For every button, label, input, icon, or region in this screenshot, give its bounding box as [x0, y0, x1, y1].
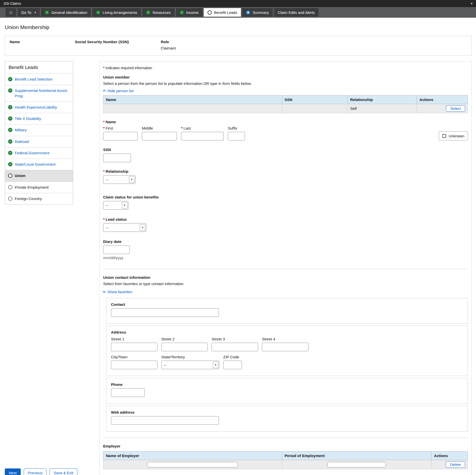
phone-box: Phone [106, 378, 468, 404]
last-name-input[interactable] [181, 132, 224, 140]
select-arrow-icon: ▼ [213, 362, 218, 368]
app-title-bar: SSI Claims ▾ [0, 0, 476, 7]
employment-period-input[interactable] [327, 462, 386, 467]
save-and-exit-button[interactable]: Save & Exit [50, 468, 77, 475]
chevron-down-icon [103, 290, 106, 293]
claim-status-label: Claim status for union benefits [103, 195, 468, 199]
sidebar-item-benefit-lead-selection[interactable]: ✓ Benefit Lead Selection [5, 73, 73, 85]
web-address-input[interactable] [111, 416, 219, 425]
address-box: Address Street 1 Street 2 Street 3 [106, 326, 468, 376]
column-header-actions: Actions [431, 452, 468, 460]
complete-check-icon: ✓ [45, 10, 49, 15]
unknown-checkbox[interactable]: Unknown [439, 131, 468, 140]
sidebar-item-health-expenses[interactable]: ✓ Health Expenses/Liability [5, 102, 73, 113]
delete-employer-button[interactable]: Delete [446, 461, 465, 468]
contact-box: Contact [106, 298, 468, 324]
show-favorites-link[interactable]: Show favorites [103, 290, 132, 294]
sidebar-title: Benefit Leads [5, 61, 73, 73]
street1-input[interactable] [111, 343, 157, 351]
titlebar-caret-icon[interactable]: ▾ [471, 2, 472, 5]
zip-label: ZIP Code [223, 355, 242, 359]
union-form-panel: *Indicates required information Union me… [99, 61, 472, 475]
complete-check-icon: ✓ [8, 116, 12, 121]
diary-date-input[interactable] [103, 245, 130, 254]
sidebar-item-railroad[interactable]: ✓ Railroad [5, 136, 73, 147]
not-started-circle-icon [8, 185, 12, 189]
complete-check-icon: ✓ [8, 105, 12, 109]
chevron-up-icon [103, 90, 106, 93]
address-label: Address [111, 330, 463, 334]
contact-input[interactable] [111, 308, 219, 317]
complete-check-icon: ✓ [8, 162, 12, 166]
sidebar-item-federal-government[interactable]: ✓ Federal Government [5, 147, 73, 159]
first-name-input[interactable] [103, 132, 138, 140]
relationship-select[interactable]: -- ▼ [103, 175, 135, 184]
sidebar-item-state-local-government[interactable]: ✓ State/Local Government [5, 159, 73, 170]
tab-label: Benefit Leads [214, 10, 237, 15]
ssn-input[interactable] [103, 154, 131, 162]
column-header-employment-period: Period of Employment [282, 452, 431, 460]
tab-claim-edits-and-alerts[interactable]: Claim Edits and Alerts [274, 8, 319, 17]
tab-resources[interactable]: ✓ Resources [142, 8, 175, 17]
name-group-label: *Name [103, 120, 468, 124]
hide-person-list-link[interactable]: Hide person list [103, 89, 133, 93]
employer-heading: Employer [103, 444, 468, 448]
city-label: City/Town [111, 355, 157, 359]
street4-label: Street 4 [262, 337, 308, 341]
tab-label: Living Arrangements [103, 10, 137, 15]
tab-living-arrangements[interactable]: ✓ Living Arrangements [92, 8, 141, 17]
checkbox-icon [442, 134, 446, 138]
sidebar-item-union[interactable]: Union [5, 170, 73, 181]
web-address-label: Web address [111, 410, 463, 414]
sidebar-item-private-employment[interactable]: Private Employment [5, 182, 73, 193]
sidebar-item-foreign-country[interactable]: Foreign Country [5, 193, 73, 204]
tab-summary[interactable]: Summary [242, 8, 273, 17]
person-row: Self Select [103, 104, 468, 113]
person-role-value: Claimant [161, 46, 176, 50]
street4-input[interactable] [262, 343, 308, 351]
select-person-button[interactable]: Select [446, 105, 465, 112]
tab-general-identification[interactable]: ✓ General Identification [41, 8, 91, 17]
in-progress-circle-icon [208, 10, 212, 15]
complete-check-icon: ✓ [146, 10, 150, 15]
employer-name-input[interactable] [147, 462, 238, 467]
next-button[interactable]: Next [5, 468, 21, 475]
column-header-ssn: SSN [282, 95, 348, 104]
column-header-employer-name: Name of Employer [103, 452, 282, 460]
section-divider [103, 269, 468, 269]
sidebar-item-military[interactable]: ✓ Military [5, 124, 73, 136]
required-note: *Indicates required information [103, 66, 468, 70]
phone-input[interactable] [111, 388, 145, 397]
claim-status-select[interactable]: -- ▼ [103, 201, 128, 210]
sidebar-item-snap[interactable]: ✓ Supplemental Nutritional Assist. Prog. [5, 85, 73, 102]
complete-check-icon: ✓ [8, 77, 12, 81]
previous-button[interactable]: Previous [24, 468, 47, 475]
person-name-label: Name [10, 40, 75, 44]
home-button[interactable]: ⌂ [6, 8, 16, 17]
goto-label: Go To [21, 10, 31, 15]
city-input[interactable] [111, 361, 157, 369]
street3-input[interactable] [212, 343, 258, 351]
contact-info-description: Select from favorites or type contact in… [103, 282, 468, 286]
web-address-box: Web address [106, 406, 468, 432]
tab-benefit-leads[interactable]: Benefit Leads [204, 8, 241, 17]
home-icon: ⌂ [9, 10, 12, 15]
summary-status-icon [246, 10, 250, 15]
state-select[interactable]: -- ▼ [161, 361, 219, 369]
street2-input[interactable] [161, 343, 208, 351]
suffix-label: Suffix [228, 126, 245, 130]
complete-check-icon: ✓ [8, 151, 12, 155]
not-started-circle-icon [8, 196, 12, 201]
middle-name-label: Middle [142, 126, 177, 130]
person-ssn-label: Social Security Number (SSN) [75, 40, 161, 44]
column-header-name: Name [103, 95, 282, 104]
tab-income[interactable]: ✓ Income [176, 8, 202, 17]
zip-input[interactable] [223, 361, 242, 369]
sidebar-item-title-ii-disability[interactable]: ✓ Title II Disability [5, 113, 73, 124]
person-row-relationship: Self [348, 104, 417, 113]
middle-name-input[interactable] [142, 132, 177, 140]
phone-label: Phone [111, 382, 463, 387]
goto-dropdown[interactable]: Go To ▾ [17, 8, 40, 17]
lead-status-select[interactable]: -- ▼ [103, 223, 146, 232]
suffix-input[interactable] [228, 132, 245, 140]
